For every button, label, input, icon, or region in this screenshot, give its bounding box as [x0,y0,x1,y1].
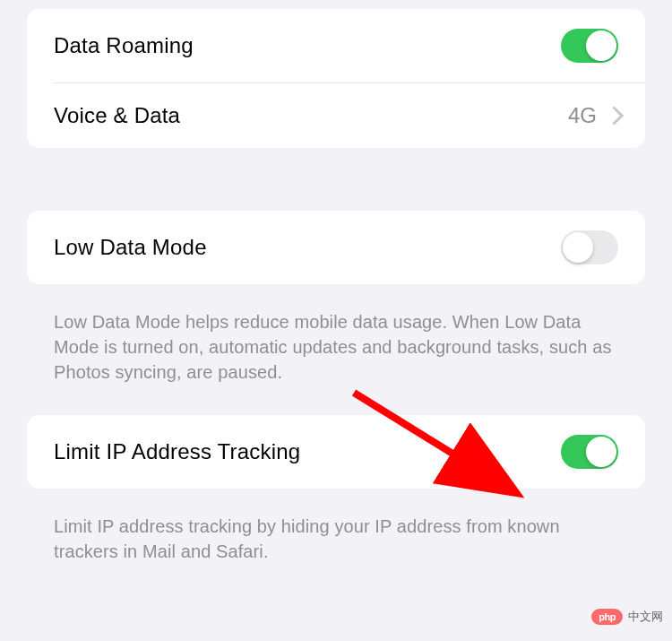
watermark-badge: php [591,609,623,625]
low-data-mode-label: Low Data Mode [54,235,207,260]
settings-group-limit-ip: Limit IP Address Tracking [27,415,645,489]
voice-data-right: 4G [568,103,618,128]
data-roaming-toggle[interactable] [561,29,618,63]
chevron-right-icon [607,107,618,125]
toggle-knob [586,437,616,467]
data-roaming-row: Data Roaming [27,9,645,82]
voice-data-label: Voice & Data [54,103,180,128]
voice-data-row[interactable]: Voice & Data 4G [27,83,645,148]
watermark: php 中文网 [591,609,663,625]
watermark-text: 中文网 [628,609,663,625]
section-gap [0,164,672,211]
limit-ip-label: Limit IP Address Tracking [54,439,300,464]
data-roaming-label: Data Roaming [54,33,194,58]
settings-group-cellular: Data Roaming Voice & Data 4G [27,9,645,148]
toggle-knob [586,30,616,61]
settings-group-low-data: Low Data Mode [27,211,645,284]
limit-ip-description: Limit IP address tracking by hiding your… [0,505,672,594]
low-data-mode-row: Low Data Mode [27,211,645,284]
low-data-mode-description: Low Data Mode helps reduce mobile data u… [0,300,672,415]
voice-data-value: 4G [568,103,597,128]
limit-ip-toggle[interactable] [561,435,618,469]
low-data-mode-toggle[interactable] [561,230,618,264]
toggle-knob [563,232,593,263]
limit-ip-row: Limit IP Address Tracking [27,415,645,489]
